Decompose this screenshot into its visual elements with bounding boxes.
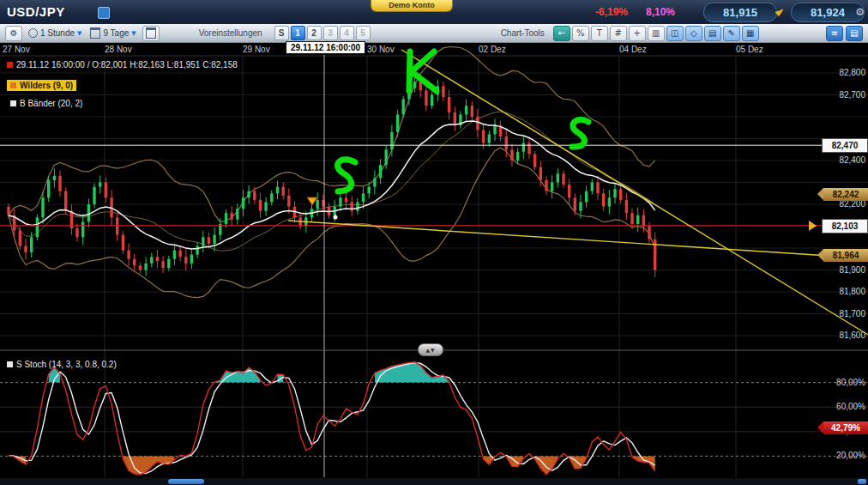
horizontal-scrollbar[interactable] <box>0 478 868 485</box>
tool-draw[interactable]: ✎ <box>723 26 740 41</box>
indicator-label-bbands[interactable]: B Bänder (20, 2) <box>7 98 86 109</box>
chart-toolbar: ⚙ 1 Stunde ▼ 9 Tage ▼ Voreinstellungen S… <box>0 24 868 43</box>
scrollbar-thumb[interactable] <box>168 479 204 484</box>
candle-body <box>591 183 594 191</box>
tool-palette[interactable]: ▦ <box>742 26 759 41</box>
candle-body <box>196 246 198 255</box>
candle-body <box>602 193 605 206</box>
grid-view-button[interactable]: ▤ <box>846 26 863 41</box>
range-dropdown[interactable]: 9 Tage ▼ <box>87 27 138 40</box>
chart-tools-group: ←%T#+▥◫◇▤✎▦ <box>553 26 759 41</box>
layout-button-3[interactable]: 3 <box>323 26 338 40</box>
y-axis-label: 82,800 <box>839 68 865 77</box>
candle-body <box>259 200 262 211</box>
chart-settings-button[interactable]: ⚙ <box>5 26 22 41</box>
layout-button-2[interactable]: 2 <box>307 26 322 40</box>
price-tag-82-470[interactable]: 82,470 <box>822 138 868 153</box>
candle-body <box>93 187 95 204</box>
candle-body <box>568 185 570 197</box>
candle-body <box>413 82 416 88</box>
layout-button-4[interactable]: 4 <box>340 26 354 40</box>
candle-body <box>247 191 250 198</box>
candle-body <box>471 106 473 117</box>
price-tag-82-103[interactable]: 82,103 <box>822 219 868 233</box>
layout-button-5[interactable]: 5 <box>356 26 371 40</box>
scrollbar-corner-button[interactable] <box>858 479 866 484</box>
interval-dropdown[interactable]: 1 Stunde ▼ <box>26 27 84 40</box>
candle-body <box>510 149 513 161</box>
tool-grid[interactable]: # <box>610 26 627 41</box>
candle-body <box>36 217 39 237</box>
header-settings-icon[interactable]: ⚙ <box>855 6 865 18</box>
price-tag-82-242[interactable]: 82,242 <box>823 188 868 201</box>
ohlc-legend-text: 29.11.12 16:00:00 / O:82,001 H:82,163 L:… <box>16 60 238 70</box>
y-axis-label: 81,700 <box>839 309 865 318</box>
tool-crosshair[interactable]: + <box>629 26 646 41</box>
series-swatch-icon <box>7 62 13 68</box>
x-axis: 27 Nov28 Nov29 Nov30 Nov02 Dez04 Dez05 D… <box>0 43 868 56</box>
tool-percent[interactable]: % <box>572 26 589 41</box>
candle-body <box>362 193 365 202</box>
candle-body <box>351 202 353 210</box>
candle-body <box>619 189 622 200</box>
x-axis-label: 30 Nov <box>367 45 395 54</box>
trading-platform-window: USD/JPY Demo Konto -6,19% 8,10% 81,915 ►… <box>0 0 868 485</box>
candle-body <box>64 191 67 211</box>
stoch-level-label: 20,00% <box>836 451 865 460</box>
tool-layers[interactable]: ▤ <box>704 26 721 41</box>
candle-body <box>150 257 153 264</box>
candle-body <box>557 173 559 182</box>
x-axis-label: 29 Nov <box>243 45 270 54</box>
tool-back-arrow[interactable]: ← <box>553 26 570 41</box>
demo-account-button[interactable]: Demo Konto <box>371 0 453 12</box>
candle-body <box>505 136 508 149</box>
quote-header: USD/JPY Demo Konto -6,19% 8,10% 81,915 ►… <box>0 0 868 24</box>
price-tag-81-964[interactable]: 81,964 <box>823 249 868 262</box>
candle-body <box>287 196 290 207</box>
candle-body <box>139 265 142 270</box>
y-axis-label: 82,700 <box>839 90 865 100</box>
candle-body <box>493 125 496 134</box>
interval-value: 1 Stunde <box>40 28 75 38</box>
indicator-swatch-icon <box>10 82 16 88</box>
stoch-d-line <box>9 363 655 474</box>
list-view-button[interactable]: ≡ <box>826 26 843 41</box>
stoch-legend[interactable]: S Stoch (14, 3, 3, 0.8, 0.2) <box>7 360 117 369</box>
buy-price-button[interactable]: 81,924 <box>791 3 865 22</box>
tool-shapes[interactable]: ◇ <box>685 26 702 41</box>
candle-body <box>225 213 227 224</box>
tool-levels[interactable]: ▥ <box>648 26 665 41</box>
annotation-letter-s-1[interactable] <box>337 160 355 191</box>
panel-splitter-handle[interactable]: ▲▼ <box>418 343 443 356</box>
candle-body <box>282 187 285 196</box>
candle-body <box>276 187 279 194</box>
layout-button-1[interactable]: 1 <box>291 26 305 40</box>
calendar-button[interactable] <box>142 26 160 41</box>
annotation-letter-s-2[interactable] <box>572 119 588 147</box>
info-icon[interactable] <box>98 7 110 19</box>
x-axis-label: 28 Nov <box>105 45 132 54</box>
sell-price-button[interactable]: 81,915 <box>703 3 777 22</box>
x-axis-label: 05 Dez <box>736 45 763 54</box>
candle-body <box>579 202 582 210</box>
candle-body <box>339 197 341 206</box>
candle-body <box>608 197 611 206</box>
candle-body <box>133 259 136 266</box>
candle-body <box>636 215 639 224</box>
candle-body <box>476 117 479 130</box>
candle-body <box>105 183 107 198</box>
candle-body <box>58 176 61 191</box>
tool-candle-type[interactable]: ◫ <box>666 26 684 41</box>
candle-body <box>625 200 628 213</box>
layout-button-S[interactable]: S <box>274 26 289 40</box>
candle-body <box>385 149 388 165</box>
candle-body <box>270 193 273 202</box>
candle-body <box>81 221 84 237</box>
indicator-label-wilders[interactable]: Wilders (9, 0) <box>7 80 76 91</box>
candle-body <box>116 217 118 234</box>
candle-body <box>242 197 244 209</box>
price-chart-canvas[interactable] <box>0 0 868 485</box>
candle-body <box>24 246 27 253</box>
tool-text[interactable]: T <box>591 26 608 41</box>
candle-body <box>585 191 588 203</box>
